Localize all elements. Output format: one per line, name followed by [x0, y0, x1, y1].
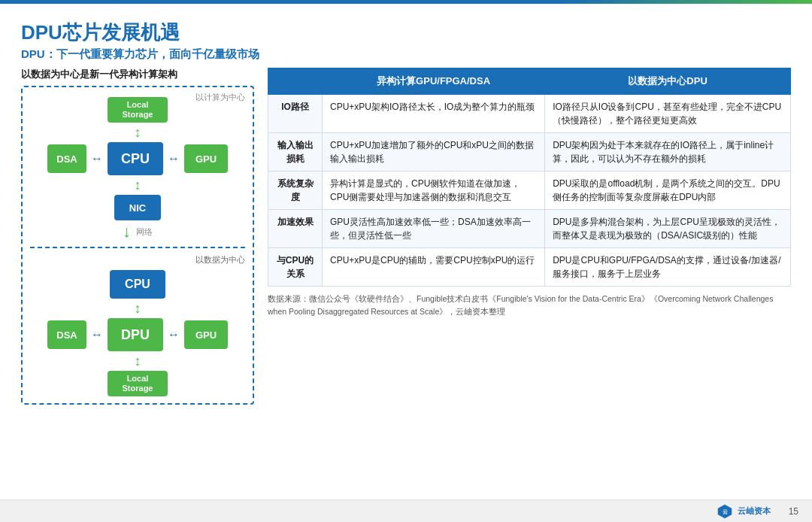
network-arrow: ↓ [123, 223, 131, 240]
network-arrow-row: ↓ 网络 [123, 223, 153, 240]
cpu-bottom: CPU [110, 270, 165, 299]
gpu-bottom: GPU [184, 320, 228, 349]
diagram-label: 以数据为中心是新一代异构计算架构 [21, 68, 254, 81]
section-divider [30, 247, 245, 248]
left-panel: 以数据为中心是新一代异构计算架构 以计算为中心 LocalStorage ↕ D… [21, 68, 254, 496]
data-center-label: 以数据为中心 [30, 254, 245, 266]
logo-area: 云 云岫资本 15 [717, 503, 798, 520]
page: DPU芯片发展机遇 DPU：下一代重要算力芯片，面向千亿量级市场 以数据为中心是… [0, 0, 812, 522]
table-row: 与CPU的关系CPU+xPU是CPU的辅助，需要CPU控制xPU的运行DPU是C… [268, 248, 791, 287]
cpu-row-top: DSA ↔ CPU ↔ GPU [47, 142, 228, 175]
right-panel: 异构计算GPU/FPGA/DSA 以数据为中心DPU IO路径CPU+xPU架构… [268, 68, 791, 496]
network-label: 网络 [136, 226, 153, 238]
cpu-row-bottom: CPU [110, 270, 165, 299]
col-header-heterogeneous: 异构计算GPU/FPGA/DSA [323, 68, 545, 95]
top-bar [0, 0, 812, 4]
cpu-top: CPU [108, 142, 163, 175]
table-cell-label: 与CPU的关系 [268, 248, 323, 287]
table-cell-dpu: DPU采取的是offload机制，是两个系统之间的交互。DPU侧任务的控制面等复… [545, 171, 791, 210]
compute-centric-section: LocalStorage ↕ DSA ↔ CPU ↔ GPU [30, 95, 245, 241]
col-header-label [268, 68, 323, 95]
page-title: DPU芯片发展机遇 [21, 20, 791, 46]
title-area: DPU芯片发展机遇 DPU：下一代重要算力芯片，面向千亿量级市场 [21, 20, 791, 62]
dpu-box: DPU [108, 318, 163, 351]
table-cell-dpu: DPU是CPU和GPU/FPGA/DSA的支撑，通过设备/加速器/服务接口，服务… [545, 248, 791, 287]
arrow-dpu-gpu: ↔ [168, 328, 180, 341]
table-cell-heterogeneous: CPU+xPU加速增加了额外的CPU和xPU之间的数据输入输出损耗 [323, 133, 545, 171]
arrow-dsa-cpu: ↔ [91, 152, 103, 165]
nic-row: NIC [114, 195, 161, 220]
arrow-cpu-gpu: ↔ [168, 152, 180, 165]
table-cell-dpu: DPU架构因为处于本来就存在的IO路径上，属于inline计算，因此，可以认为不… [545, 133, 791, 171]
arrow-cpu-nic: ↕ [135, 178, 141, 192]
table-header-row: 异构计算GPU/FPGA/DSA 以数据为中心DPU [268, 68, 791, 95]
logo-text: 云岫资本 [738, 505, 771, 517]
table-cell-label: IO路径 [268, 95, 323, 133]
local-storage-top: LocalStorage [108, 97, 168, 123]
table-cell-heterogeneous: 异构计算是显式的，CPU侧软件知道在做加速，CPU侧需要处理与加速器侧的数据和消… [323, 171, 545, 210]
col-header-dpu: 以数据为中心DPU [545, 68, 791, 95]
dsa-bottom: DSA [47, 320, 86, 349]
local-storage-top-row: LocalStorage [108, 97, 168, 123]
arrow-ls-cpu-top: ↕ [135, 126, 141, 139]
comparison-table: 异构计算GPU/FPGA/DSA 以数据为中心DPU IO路径CPU+xPU架构… [268, 68, 791, 287]
company-logo-icon: 云 [717, 503, 733, 520]
arrow-dsa-dpu: ↔ [91, 328, 103, 341]
source-note: 数据来源：微信公众号《软硬件结合》、Fungible技术白皮书《Fungible… [268, 293, 791, 318]
gpu-top: GPU [184, 144, 228, 173]
page-number: 15 [789, 506, 798, 517]
table-cell-heterogeneous: CPU+xPU是CPU的辅助，需要CPU控制xPU的运行 [323, 248, 545, 287]
table-cell-label: 输入输出损耗 [268, 133, 323, 171]
table-cell-label: 加速效果 [268, 210, 323, 248]
table-cell-dpu: IO路径只从IO设备到CPU，甚至有些处理，完全不进CPU（快慢路径），整个路径… [545, 95, 791, 133]
dpu-row: DSA ↔ DPU ↔ GPU [47, 318, 228, 351]
arrow-cpu-dpu: ↕ [135, 302, 141, 315]
svg-text:云: 云 [722, 509, 727, 514]
compute-center-label: 以计算为中心 [195, 92, 245, 103]
subtitle: DPU：下一代重要算力芯片，面向千亿量级市场 [21, 47, 791, 62]
diagram-wrapper: 以计算为中心 LocalStorage ↕ DSA ↔ CPU [21, 86, 254, 405]
data-centric-section: 以数据为中心 CPU ↕ DSA ↔ DPU ↔ GPU [30, 254, 245, 399]
local-storage-bottom: LocalStorage [108, 371, 168, 396]
table-cell-dpu: DPU是多异构混合架构，为上层CPU呈现极致的灵活性，而整体又是表现为极致的（D… [545, 210, 791, 248]
content-row: 以数据为中心是新一代异构计算架构 以计算为中心 LocalStorage ↕ D… [21, 68, 791, 496]
nic-box: NIC [114, 195, 161, 220]
dsa-top: DSA [47, 144, 86, 173]
footer-bar: 云 云岫资本 15 [0, 499, 812, 522]
table-row: 输入输出损耗CPU+xPU加速增加了额外的CPU和xPU之间的数据输入输出损耗D… [268, 133, 791, 171]
table-cell-label: 系统复杂度 [268, 171, 323, 210]
table-row: 加速效果GPU灵活性高加速效率低一些；DSA加速效率高一些，但灵活性低一些DPU… [268, 210, 791, 248]
arrow-dpu-ls: ↕ [135, 354, 141, 368]
table-row: IO路径CPU+xPU架构IO路径太长，IO成为整个算力的瓶颈IO路径只从IO设… [268, 95, 791, 133]
table-row: 系统复杂度异构计算是显式的，CPU侧软件知道在做加速，CPU侧需要处理与加速器侧… [268, 171, 791, 210]
table-cell-heterogeneous: CPU+xPU架构IO路径太长，IO成为整个算力的瓶颈 [323, 95, 545, 133]
local-storage-bottom-row: LocalStorage [108, 371, 168, 396]
title-text: DPU芯片发展机遇 [21, 21, 180, 44]
table-cell-heterogeneous: GPU灵活性高加速效率低一些；DSA加速效率高一些，但灵活性低一些 [323, 210, 545, 248]
